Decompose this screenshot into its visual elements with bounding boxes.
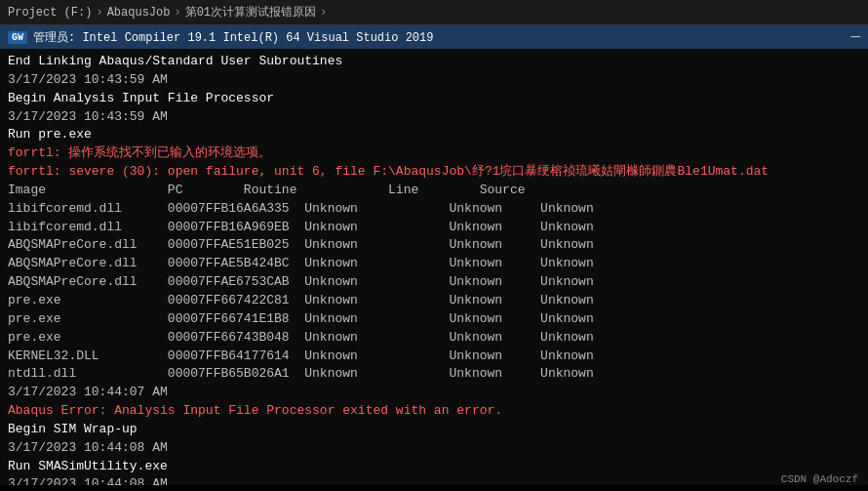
admin-bar-left: GW 管理员: Intel Compiler 19.1 Intel(R) 64 … <box>8 29 433 46</box>
console-output: End Linking Abaqus/Standard User Subrout… <box>0 49 868 485</box>
console-line: libifcoremd.dll 00007FFB16A969EB Unknown… <box>8 219 860 237</box>
console-line: forrtl: 操作系统找不到已输入的环境选项。 <box>8 144 860 163</box>
console-line: Image PC Routine Line Source <box>8 182 860 200</box>
console-line: 3/17/2023 10:44:08 AM <box>8 475 860 485</box>
breadcrumb-sep1: › <box>96 6 102 20</box>
watermark: CSDN @Adoczf <box>781 473 858 485</box>
breadcrumb-project[interactable]: Project (F:) <box>8 6 92 20</box>
console-line: ABQSMAPreCore.dll 00007FFAE5B424BC Unkno… <box>8 255 860 273</box>
console-line: ntdll.dll 00007FFB65B026A1 Unknown Unkno… <box>8 365 860 384</box>
admin-title: 管理员: Intel Compiler 19.1 Intel(R) 64 Vis… <box>33 29 433 46</box>
title-bar: Project (F:) › AbaqusJob › 第01次计算测试报错原因 … <box>0 0 868 25</box>
console-line: 3/17/2023 10:43:59 AM <box>8 71 860 90</box>
console-line: Run SMASimUtility.exe <box>8 458 860 476</box>
console-line: pre.exe 00007FF667422C81 Unknown Unknown… <box>8 292 860 310</box>
console-line: 3/17/2023 10:44:07 AM <box>8 384 860 402</box>
admin-bar: GW 管理员: Intel Compiler 19.1 Intel(R) 64 … <box>0 25 868 49</box>
console-line: Begin SIM Wrap-up <box>8 421 860 439</box>
admin-logo: GW <box>8 31 27 44</box>
console-line: 3/17/2023 10:43:59 AM <box>8 108 860 127</box>
console-line: KERNEL32.DLL 00007FFB64177614 Unknown Un… <box>8 348 860 366</box>
console-line: pre.exe 00007FF66741E1B8 Unknown Unknown… <box>8 310 860 329</box>
console-line: libifcoremd.dll 00007FFB16A6A335 Unknown… <box>8 200 860 219</box>
breadcrumb-folder[interactable]: AbaqusJob <box>107 6 171 20</box>
console-line: Abaqus Error: Analysis Input File Proces… <box>8 402 860 421</box>
console-line: ABQSMAPreCore.dll 00007FFAE6753CAB Unkno… <box>8 273 860 292</box>
console-line: Begin Analysis Input File Processor <box>8 90 860 108</box>
console-line: End Linking Abaqus/Standard User Subrout… <box>8 53 860 71</box>
breadcrumb-sep3: › <box>320 6 327 20</box>
console-line: pre.exe 00007FF66743B048 Unknown Unknown… <box>8 329 860 348</box>
minimize-button[interactable]: — <box>850 28 860 46</box>
console-line: Run pre.exe <box>8 126 860 144</box>
breadcrumb-sep2: › <box>174 6 180 20</box>
console-line: ABQSMAPreCore.dll 00007FFAE51EB025 Unkno… <box>8 236 860 255</box>
console-line: 3/17/2023 10:44:08 AM <box>8 439 860 458</box>
breadcrumb: Project (F:) › AbaqusJob › 第01次计算测试报错原因 … <box>8 4 327 20</box>
breadcrumb-file[interactable]: 第01次计算测试报错原因 <box>185 4 316 20</box>
console-line: forrtl: severe (30): open failure, unit … <box>8 163 860 182</box>
